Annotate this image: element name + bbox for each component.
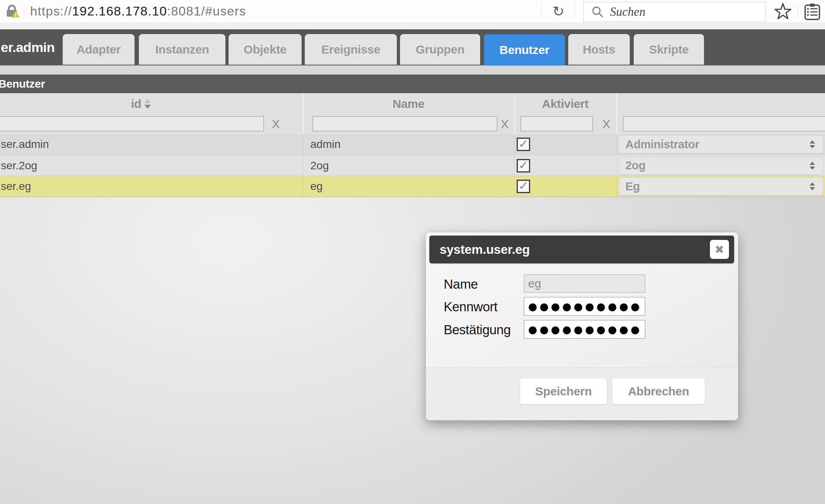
column-header-name[interactable]: Name [303, 93, 514, 114]
password-label: Kennwort [444, 299, 497, 314]
user-name-cell: eg [310, 176, 323, 197]
filter-role-input[interactable] [623, 116, 825, 131]
column-divider [303, 134, 303, 155]
search-box[interactable] [583, 2, 765, 22]
column-header-aktiviert[interactable]: Aktiviert [514, 93, 616, 114]
cancel-button[interactable]: Abbrechen [612, 378, 705, 404]
column-divider [303, 155, 303, 176]
user-name-cell: 2og [310, 155, 329, 176]
hub-icon[interactable] [802, 3, 822, 21]
table-header-row: id Name Aktiviert [0, 93, 825, 115]
column-header-id[interactable]: id [0, 93, 282, 114]
clear-aktiviert-filter-button[interactable]: X [602, 114, 610, 134]
filter-aktiviert-input[interactable] [521, 116, 593, 131]
column-divider [616, 155, 617, 176]
tab-objekte[interactable]: Objekte [229, 34, 302, 65]
address-bar[interactable]: https://192.168.178.10:8081/#users [30, 0, 246, 23]
table-row-admin[interactable]: ser.admin admin ✓ Administrator [0, 134, 825, 155]
select-spinner-icon [810, 162, 815, 170]
user-name-cell: admin [310, 134, 340, 155]
role-select[interactable]: Eg [619, 177, 823, 195]
column-divider [616, 134, 617, 155]
select-spinner-icon [810, 182, 815, 190]
user-id-cell: ser.admin [1, 134, 49, 155]
column-divider [616, 114, 617, 134]
clear-name-filter-button[interactable]: X [501, 114, 509, 134]
screen: https://192.168.178.10:8081/#users ↻ [0, 0, 825, 504]
clear-id-filter-button[interactable]: X [272, 114, 280, 134]
filter-id-input[interactable] [0, 116, 264, 131]
filter-row: X X X [0, 114, 825, 134]
divider [24, 3, 24, 19]
enabled-checkbox[interactable]: ✓ [517, 159, 530, 172]
table-row-2og[interactable]: ser.2og 2og ✓ 2og [0, 155, 825, 176]
divider [541, 3, 542, 19]
section-header: Benutzer [0, 75, 825, 93]
tab-ereignisse[interactable]: Ereignisse [305, 34, 397, 65]
tab-gruppen[interactable]: Gruppen [400, 34, 480, 65]
dialog-titlebar[interactable]: system.user.eg ✖ [429, 236, 734, 263]
enabled-checkbox[interactable]: ✓ [517, 180, 530, 193]
search-input[interactable] [609, 4, 765, 19]
insecure-lock-icon[interactable] [3, 3, 21, 21]
divider [575, 3, 575, 19]
tab-instanzen[interactable]: Instanzen [139, 34, 225, 65]
role-select[interactable]: Administrator [619, 135, 823, 153]
user-edit-dialog: system.user.eg ✖ Name Kennwort Bestätigu… [426, 232, 738, 420]
app-tab-bar: er.admin Adapter Instanzen Objekte Ereig… [0, 29, 825, 65]
sort-icon [144, 99, 151, 109]
browser-toolbar: https://192.168.178.10:8081/#users ↻ [0, 0, 825, 23]
url-scheme: https:// [30, 4, 72, 19]
column-divider [616, 176, 617, 197]
dialog-button-pane: Speichern Abbrechen [426, 368, 738, 420]
tab-benutzer[interactable]: Benutzer [484, 34, 565, 65]
name-field[interactable] [524, 274, 645, 293]
column-divider [514, 155, 515, 176]
user-id-cell: ser.2og [1, 155, 37, 176]
search-icon [591, 5, 604, 19]
dialog-title: system.user.eg [440, 242, 530, 257]
save-button[interactable]: Speichern [520, 378, 607, 404]
logged-in-user-label: er.admin [1, 29, 55, 65]
password-field[interactable] [524, 297, 645, 316]
column-divider [514, 176, 515, 197]
url-path: :8081/#users [167, 4, 246, 19]
column-divider [616, 93, 617, 114]
tab-adapter[interactable]: Adapter [63, 34, 135, 65]
column-divider [303, 176, 303, 197]
column-divider [514, 114, 515, 134]
filter-name-input[interactable] [313, 116, 497, 131]
divider [798, 5, 798, 17]
password-confirm-label: Bestätigung [444, 322, 511, 337]
close-icon[interactable]: ✖ [710, 240, 729, 259]
spacer-strip [0, 65, 825, 75]
name-label: Name [444, 277, 478, 292]
column-divider [303, 114, 304, 134]
user-id-cell: ser.eg [1, 176, 31, 197]
tab-skripte[interactable]: Skripte [634, 34, 704, 65]
reload-icon[interactable]: ↻ [547, 0, 570, 23]
enabled-checkbox[interactable]: ✓ [517, 138, 530, 151]
column-divider [514, 134, 515, 155]
favorites-star-icon[interactable] [773, 2, 793, 22]
tab-hosts[interactable]: Hosts [568, 34, 630, 65]
browser-bottom-strip [0, 23, 825, 30]
select-spinner-icon [810, 140, 815, 148]
table-row-eg-highlighted[interactable]: ser.eg eg ✓ Eg [0, 176, 825, 197]
password-confirm-field[interactable] [524, 320, 645, 339]
section-title: Benutzer [0, 78, 45, 90]
url-host: 192.168.178.10 [72, 4, 167, 19]
role-select[interactable]: 2og [619, 157, 823, 175]
